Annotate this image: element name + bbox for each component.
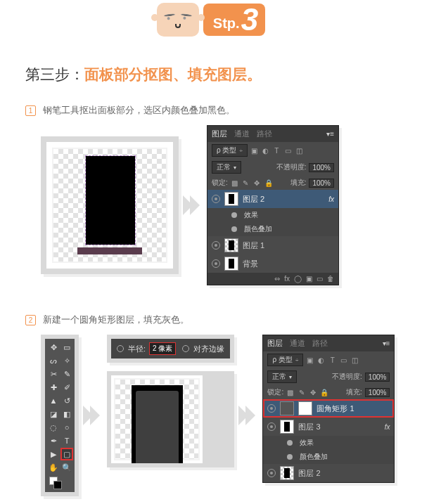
- filter-icons[interactable]: ▣◐T▭◫: [306, 356, 390, 364]
- radio-icon[interactable]: [117, 345, 124, 352]
- zoom-tool-icon[interactable]: 🔍: [61, 462, 72, 473]
- eyedropper-tool-icon[interactable]: ✎: [61, 368, 72, 380]
- path-select-icon[interactable]: ▶: [48, 448, 59, 460]
- fill-value[interactable]: 100%: [365, 388, 390, 397]
- fx-icon[interactable]: fx: [284, 275, 290, 283]
- lock-icons[interactable]: ▩✎✥🔒: [286, 389, 328, 396]
- opacity-value[interactable]: 100%: [365, 373, 390, 382]
- visibility-icon[interactable]: [267, 404, 276, 413]
- options-and-canvas-col: 半径: 2 像素 对齐边缘: [107, 335, 234, 467]
- new-layer-icon[interactable]: ▭: [316, 275, 323, 283]
- step-prefix: Stp.: [213, 15, 240, 32]
- hand-tool-icon[interactable]: ✋: [48, 462, 59, 473]
- layer-name: 圆角矩形 1: [316, 403, 354, 414]
- layer-thumb: [280, 420, 294, 434]
- layer-row[interactable]: 图层 3 fx: [263, 418, 394, 436]
- history-brush-icon[interactable]: ↺: [61, 395, 72, 406]
- mask-icon[interactable]: ◯: [294, 275, 302, 283]
- tab-paths[interactable]: 路径: [312, 338, 328, 349]
- arrow-icon: [86, 406, 100, 425]
- filter-pixel-icon: ▣: [306, 356, 314, 364]
- blend-mode-dropdown[interactable]: 正常▾: [212, 161, 241, 174]
- opacity-label: 不透明度:: [276, 162, 307, 172]
- panel-tabs: 图层 通道 路径 ▾≡: [263, 335, 394, 351]
- layer-coloroverlay-row[interactable]: 颜色叠加: [263, 450, 394, 464]
- toolbox: ✥ ▭ ᔕ ✧ ✂ ✎ ✚ ✐ ▲ ↺ ◪ ◧ ◌ ○ ✒ T ▶ ▢ ✋ 🔍: [45, 339, 75, 492]
- gradient-tool-icon[interactable]: ◧: [61, 408, 72, 420]
- eraser-tool-icon[interactable]: ◪: [48, 408, 59, 420]
- opacity-value[interactable]: 100%: [309, 163, 334, 172]
- rounded-rect-tool-icon[interactable]: ▢: [61, 448, 72, 460]
- move-tool-icon[interactable]: ✥: [48, 342, 59, 353]
- visibility-icon[interactable]: [212, 241, 220, 250]
- filter-smart-icon: ◫: [351, 356, 359, 364]
- layers-panel: 图层 通道 路径 ▾≡ ρ 类型÷ ▣◐T▭◫ 正常▾ 不透明度: 100%: [262, 335, 395, 483]
- layer-row-rounded-rect[interactable]: 圆角矩形 1: [263, 399, 394, 418]
- trash-icon[interactable]: 🗑: [327, 275, 334, 283]
- panel-menu-icon[interactable]: ▾≡: [326, 130, 334, 138]
- fx-badge[interactable]: fx: [328, 195, 334, 203]
- fill-label: 填充:: [290, 178, 307, 188]
- layer-row-bg[interactable]: 背景: [207, 254, 338, 273]
- layers-panel: 图层 通道 路径 ▾≡ ρ 类型÷ ▣◐T▭◫ 正常▾ 不透明度: 100%: [207, 125, 339, 285]
- substep-2: 2 新建一个圆角矩形图层，填充灰色。: [25, 314, 397, 326]
- tab-layers[interactable]: 图层: [212, 129, 227, 139]
- filter-smart-icon: ◫: [295, 147, 303, 155]
- dodge-tool-icon[interactable]: ○: [61, 422, 72, 433]
- type-tool-icon[interactable]: T: [61, 435, 72, 446]
- radius-label: 半径:: [128, 344, 146, 354]
- blur-tool-icon[interactable]: ◌: [48, 422, 59, 433]
- blend-mode-dropdown[interactable]: 正常▾: [267, 370, 297, 383]
- canvas-1-frame: [41, 136, 179, 274]
- layer-row[interactable]: 图层 1: [207, 236, 338, 254]
- tab-paths[interactable]: 路径: [257, 129, 272, 139]
- brush-tool-icon[interactable]: ✐: [61, 382, 72, 393]
- lock-icons[interactable]: ▩✎✥🔒: [231, 179, 272, 187]
- visibility-icon[interactable]: [267, 469, 276, 477]
- layer-coloroverlay-row[interactable]: 颜色叠加: [207, 222, 338, 236]
- layer-name: 图层 2: [243, 194, 264, 205]
- checkbox-icon[interactable]: [182, 345, 189, 352]
- kind-filter[interactable]: ρ 类型÷: [267, 354, 303, 366]
- layer-name: 图层 2: [298, 468, 320, 479]
- tab-channels[interactable]: 通道: [290, 338, 305, 349]
- link-icon[interactable]: ⇔: [274, 275, 280, 283]
- layer-row[interactable]: 图层 2: [263, 464, 394, 482]
- antialias-label: 对齐边缘: [193, 344, 224, 354]
- filter-icons[interactable]: ▣◐T▭◫: [250, 147, 334, 155]
- marquee-tool-icon[interactable]: ▭: [61, 342, 72, 353]
- layer-name: 图层 1: [243, 240, 264, 251]
- lock-paint-icon: ✎: [242, 179, 250, 187]
- wand-tool-icon[interactable]: ✧: [61, 355, 72, 366]
- panel-tabs: 图层 通道 路径 ▾≡: [207, 126, 338, 142]
- gray-rounded-rect: [136, 391, 179, 463]
- arrow-icon: [186, 195, 200, 215]
- folder-icon[interactable]: ▣: [306, 275, 312, 283]
- visibility-icon[interactable]: [212, 195, 220, 203]
- visibility-icon[interactable]: [212, 259, 220, 268]
- pen-tool-icon[interactable]: ✒: [48, 435, 59, 446]
- stamp-tool-icon[interactable]: ▲: [48, 395, 59, 406]
- fx-badge[interactable]: fx: [385, 423, 390, 431]
- step-number: 3: [241, 8, 258, 32]
- tab-layers[interactable]: 图层: [267, 338, 283, 349]
- fill-value[interactable]: 100%: [309, 179, 334, 188]
- layer-thumb: [224, 238, 238, 252]
- kind-filter[interactable]: ρ 类型÷: [212, 144, 248, 157]
- heal-tool-icon[interactable]: ✚: [48, 382, 59, 393]
- tab-channels[interactable]: 通道: [234, 129, 250, 139]
- visibility-icon[interactable]: [267, 422, 276, 431]
- layer-effects-row[interactable]: 效果: [263, 436, 394, 450]
- crop-tool-icon[interactable]: ✂: [48, 368, 59, 380]
- radius-input[interactable]: 2 像素: [150, 343, 175, 354]
- step-heading: 第三步： 面板部分抠图、填充图层。: [25, 65, 397, 84]
- substep-1-num: 1: [25, 105, 36, 116]
- substep-2-text: 新建一个圆角矩形图层，填充灰色。: [43, 314, 189, 326]
- layer-effects-row[interactable]: 效果: [207, 208, 338, 222]
- layer-row-selected[interactable]: 图层 2 fx: [207, 190, 338, 208]
- color-swatches[interactable]: [48, 475, 72, 489]
- panel-menu-icon[interactable]: ▾≡: [383, 340, 390, 347]
- lasso-tool-icon[interactable]: ᔕ: [48, 355, 59, 366]
- substep-1: 1 钢笔工具抠出面板部分，选区内颜色叠加黑色。: [25, 104, 397, 117]
- layers-panel-1-frame: 图层 通道 路径 ▾≡ ρ 类型÷ ▣◐T▭◫ 正常▾ 不透明度: 100%: [207, 125, 339, 285]
